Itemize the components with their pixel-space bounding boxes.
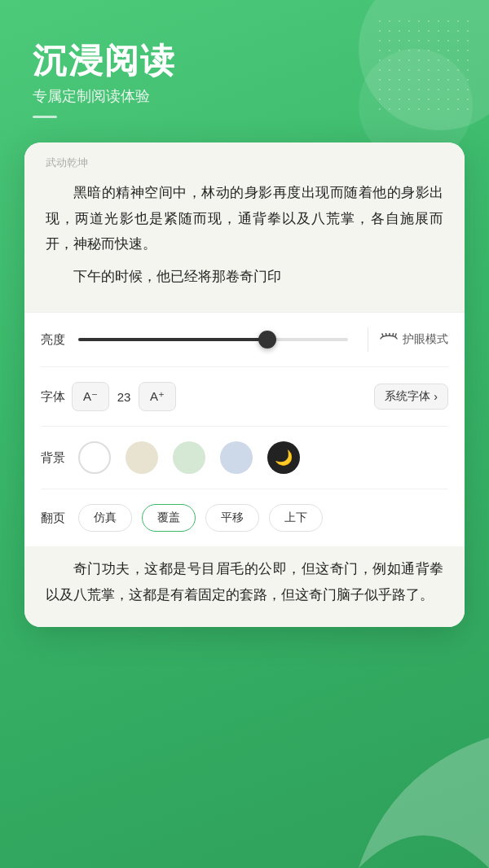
flip-cover-button[interactable]: 覆盖 xyxy=(142,504,196,532)
font-decrease-button[interactable]: A⁻ xyxy=(72,382,109,411)
book-content-top: 黑暗的精神空间中，林动的身影再度出现而随着他的身影出现，两道光影也是紧随而现，通… xyxy=(46,180,443,289)
book-page-bottom: 奇门功夫，这都是号目眉毛的公即，但这奇门，例如通背拳以及八荒掌，这都是有着固定的… xyxy=(24,546,465,627)
brightness-slider[interactable] xyxy=(78,338,348,341)
page-subtitle: 专属定制阅读体验 xyxy=(33,86,456,106)
font-family-button[interactable]: 系统字体 › xyxy=(374,384,448,410)
bg-dark-button[interactable]: 🌙 xyxy=(267,441,300,474)
font-increase-button[interactable]: A⁺ xyxy=(139,382,176,411)
brightness-row: 亮度 xyxy=(41,313,448,367)
page-header: 沉浸阅读 专属定制阅读体验 xyxy=(0,0,489,142)
book-content-bottom: 奇门功夫，这都是号目眉毛的公即，但这奇门，例如通背拳以及八荒掌，这都是有着固定的… xyxy=(46,556,443,607)
font-controls: A⁻ 23 A⁺ 系统字体 › xyxy=(72,382,448,411)
book-para-2: 下午的时候，他已经将那卷奇门印 xyxy=(46,264,443,289)
book-title: 武动乾坤 xyxy=(46,156,443,170)
brightness-label: 亮度 xyxy=(41,332,72,348)
page-title: 沉浸阅读 xyxy=(33,41,456,81)
font-size-display: 23 xyxy=(109,390,139,404)
bg-label: 背景 xyxy=(41,450,72,466)
book-para-bottom: 奇门功夫，这都是号目眉毛的公即，但这奇门，例如通背拳以及八荒掌，这都是有着固定的… xyxy=(46,556,443,607)
brightness-control: 护眼模式 xyxy=(72,327,448,352)
book-page-top: 武动乾坤 黑暗的精神空间中，林动的身影再度出现而随着他的身影出现，两道光影也是紧… xyxy=(24,142,465,312)
flip-row: 翻页 仿真 覆盖 平移 上下 xyxy=(41,489,448,546)
chevron-right-icon: › xyxy=(434,390,438,403)
font-label: 字体 xyxy=(41,389,72,405)
moon-icon: 🌙 xyxy=(275,449,293,467)
bg-options: 🌙 xyxy=(78,441,448,474)
header-divider xyxy=(33,116,57,118)
bg-green-button[interactable] xyxy=(173,441,205,474)
settings-panel: 亮度 xyxy=(24,312,465,546)
brightness-thumb[interactable] xyxy=(258,331,276,349)
flip-vertical-button[interactable]: 上下 xyxy=(269,504,323,532)
reader-card: 武动乾坤 黑暗的精神空间中，林动的身影再度出现而随着他的身影出现，两道光影也是紧… xyxy=(24,142,465,627)
flip-slide-button[interactable]: 平移 xyxy=(205,504,259,532)
vertical-divider xyxy=(368,327,368,352)
bg-cream-button[interactable] xyxy=(126,441,158,474)
eye-mode-toggle[interactable]: 护眼模式 xyxy=(380,331,448,349)
bg-white-button[interactable] xyxy=(78,441,111,474)
brightness-fill xyxy=(78,338,267,341)
background-row: 背景 🌙 xyxy=(41,427,448,489)
eye-icon xyxy=(380,331,398,349)
eye-mode-label: 护眼模式 xyxy=(403,332,448,347)
flip-options: 仿真 覆盖 平移 上下 xyxy=(78,504,448,532)
font-family-label: 系统字体 xyxy=(385,389,430,404)
flip-simulated-button[interactable]: 仿真 xyxy=(78,504,132,532)
font-row: 字体 A⁻ 23 A⁺ 系统字体 › xyxy=(41,367,448,427)
bg-blue-button[interactable] xyxy=(220,441,253,474)
book-para-1: 黑暗的精神空间中，林动的身影再度出现而随着他的身影出现，两道光影也是紧随而现，通… xyxy=(46,180,443,256)
flip-label: 翻页 xyxy=(41,511,72,526)
